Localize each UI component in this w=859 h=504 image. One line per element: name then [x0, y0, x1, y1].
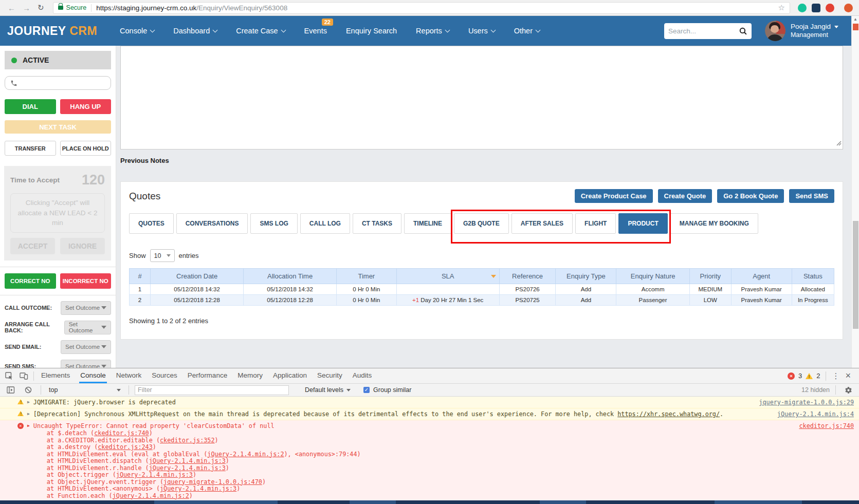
tab-manage-my-booking[interactable]: MANAGE MY BOOKING — [670, 213, 758, 234]
phone-field[interactable] — [5, 76, 111, 90]
log-levels-select[interactable]: Default levels — [305, 386, 351, 394]
extension-icon-navy[interactable] — [812, 4, 820, 12]
group-similar-checkbox[interactable]: ✓ — [363, 387, 370, 393]
column-header-reference[interactable]: Reference — [499, 269, 556, 284]
outcome-select-send-email[interactable]: Set Outcome — [61, 340, 111, 354]
column-header-num[interactable]: # — [130, 269, 151, 284]
notes-editor[interactable] — [120, 46, 843, 150]
dial-button[interactable]: DIAL — [5, 99, 56, 114]
hidden-count[interactable]: 12 hidden — [801, 386, 830, 394]
table-row[interactable]: 205/12/2018 12:2805/12/2018 12:280 Hr 0 … — [130, 295, 834, 306]
next-task-button[interactable]: NEXT TASK — [5, 120, 111, 134]
create-product-case-button[interactable]: Create Product Case — [575, 189, 653, 203]
source-link[interactable]: jQuery-2.1.4.min.js:3 — [160, 485, 236, 492]
error-badge-icon[interactable]: × — [788, 372, 795, 380]
forward-icon[interactable]: → — [23, 4, 30, 12]
search-input[interactable] — [668, 27, 739, 35]
column-header-enquiry-type[interactable]: Enquiry Type — [556, 269, 616, 284]
nav-item-reports[interactable]: Reports — [416, 27, 449, 35]
correct-no-button[interactable]: CORRECT NO — [5, 273, 56, 289]
create-quote-button[interactable]: Create Quote — [658, 189, 712, 203]
column-header-enquiry-nature[interactable]: Enquiry Nature — [616, 269, 690, 284]
source-link[interactable]: jQuery-2.1.4.min.js:4 — [768, 410, 854, 418]
expand-caret-icon[interactable]: ▶ — [27, 400, 30, 404]
nav-item-events[interactable]: Events22 — [304, 27, 327, 35]
reload-icon[interactable]: ↻ — [38, 3, 44, 12]
column-header-timer[interactable]: Timer — [337, 269, 397, 284]
source-link[interactable]: jquery-migrate-1.0.0.js:470 — [163, 478, 262, 486]
close-icon[interactable]: × — [845, 370, 851, 381]
devtools-tab-network[interactable]: Network — [115, 368, 143, 383]
nav-item-other[interactable]: Other — [514, 27, 540, 35]
column-header-agent[interactable]: Agent — [731, 269, 792, 284]
phone-input[interactable] — [22, 79, 105, 87]
nav-item-users[interactable]: Users — [468, 27, 495, 35]
bookmark-star-icon[interactable]: ☆ — [778, 3, 785, 12]
extension-icon-green[interactable] — [798, 4, 807, 12]
nav-item-enquiry-search[interactable]: Enquiry Search — [346, 27, 397, 35]
context-select[interactable]: top — [47, 386, 123, 394]
devtools-tab-audits[interactable]: Audits — [352, 368, 373, 383]
settings-gear-icon[interactable] — [842, 386, 855, 394]
tab-call-log[interactable]: CALL LOG — [300, 213, 350, 234]
accept-button[interactable]: ACCEPT — [10, 238, 55, 254]
source-link[interactable]: jQuery-2.1.4.min.js:2 — [207, 451, 284, 458]
send-sms-button[interactable]: Send SMS — [789, 189, 834, 203]
column-header-allocation-time[interactable]: Allocation Time — [244, 269, 337, 284]
devtools-tab-elements[interactable]: Elements — [40, 368, 71, 383]
error-count[interactable]: 3 — [798, 372, 802, 380]
devtools-tab-console[interactable]: Console — [79, 368, 107, 383]
nav-item-console[interactable]: Console — [120, 27, 154, 35]
expand-caret-icon[interactable]: ▶ — [27, 423, 30, 428]
tab-timeline[interactable]: TIMELINE — [404, 213, 451, 234]
browser-menu-icon[interactable] — [844, 4, 853, 12]
search-icon[interactable] — [739, 27, 747, 35]
resize-handle-icon[interactable] — [835, 139, 842, 148]
scroll-up-icon[interactable]: ▲ — [852, 16, 859, 23]
tab-ct-tasks[interactable]: CT TASKS — [353, 213, 401, 234]
source-link[interactable]: jquery-migrate-1.0.0.js:29 — [750, 398, 854, 406]
kebab-menu-icon[interactable]: ⋮ — [832, 371, 839, 381]
devtools-tab-memory[interactable]: Memory — [236, 368, 264, 383]
brand-logo[interactable]: JOURNEY CRM — [7, 24, 97, 38]
column-header-sla[interactable]: SLA — [396, 269, 499, 284]
inspect-icon[interactable] — [2, 372, 16, 380]
page-scrollbar[interactable]: ▲ — [851, 16, 859, 368]
go-2-book-quote-button[interactable]: Go 2 Book Quote — [717, 189, 784, 203]
devtools-tab-performance[interactable]: Performance — [187, 368, 228, 383]
tab-sms-log[interactable]: SMS LOG — [250, 213, 297, 234]
devtools-tab-sources[interactable]: Sources — [151, 368, 178, 383]
source-link[interactable]: jQuery-2.1.4.min.js:3 — [116, 471, 193, 478]
tab-conversations[interactable]: CONVERSATIONS — [176, 213, 248, 234]
global-search[interactable] — [664, 23, 752, 39]
source-link[interactable]: jQuery-2.1.4.min.js:3 — [149, 457, 226, 464]
table-row[interactable]: 105/12/2018 14:3205/12/2018 14:320 Hr 0 … — [130, 284, 834, 295]
scrollbar-thumb[interactable] — [853, 221, 858, 329]
tab-product[interactable]: PRODUCT — [618, 213, 667, 234]
hangup-button[interactable]: HANG UP — [60, 99, 112, 114]
transfer-button[interactable]: TRANSFER — [5, 141, 56, 156]
place-on-hold-button[interactable]: PLACE ON HOLD — [60, 141, 112, 156]
incorrect-no-button[interactable]: INCORRECT NO — [60, 273, 112, 289]
user-menu[interactable]: Pooja Jangid Management — [765, 21, 838, 41]
source-link[interactable]: ckeditor.js:740 — [94, 430, 149, 437]
extension-icon-red[interactable] — [826, 4, 834, 12]
nav-item-create-case[interactable]: Create Case — [236, 27, 285, 35]
source-link[interactable]: jQuery-2.1.4.min.js:3 — [149, 464, 226, 472]
outcome-select-call-outcome[interactable]: Set Outcome — [61, 301, 111, 315]
source-link[interactable]: ckeditor.js:243 — [98, 443, 153, 451]
outcome-select-send-sms[interactable]: Set Outcome — [61, 360, 111, 368]
console-sidebar-icon[interactable] — [4, 386, 18, 394]
column-header-creation-date[interactable]: Creation Date — [151, 269, 244, 284]
clear-console-icon[interactable] — [22, 386, 35, 394]
nav-item-dashboard[interactable]: Dashboard — [173, 27, 217, 35]
device-toolbar-icon[interactable] — [16, 372, 31, 380]
tab-quotes[interactable]: QUOTES — [129, 213, 174, 234]
devtools-tab-security[interactable]: Security — [316, 368, 343, 383]
ignore-button[interactable]: IGNORE — [60, 238, 105, 254]
back-icon[interactable]: ← — [8, 4, 15, 12]
expand-caret-icon[interactable]: ▶ — [27, 412, 30, 416]
warning-count[interactable]: 2 — [816, 372, 820, 380]
tab-after-sales[interactable]: AFTER SALES — [511, 213, 573, 234]
tab-flight[interactable]: FLIGHT — [575, 213, 616, 234]
